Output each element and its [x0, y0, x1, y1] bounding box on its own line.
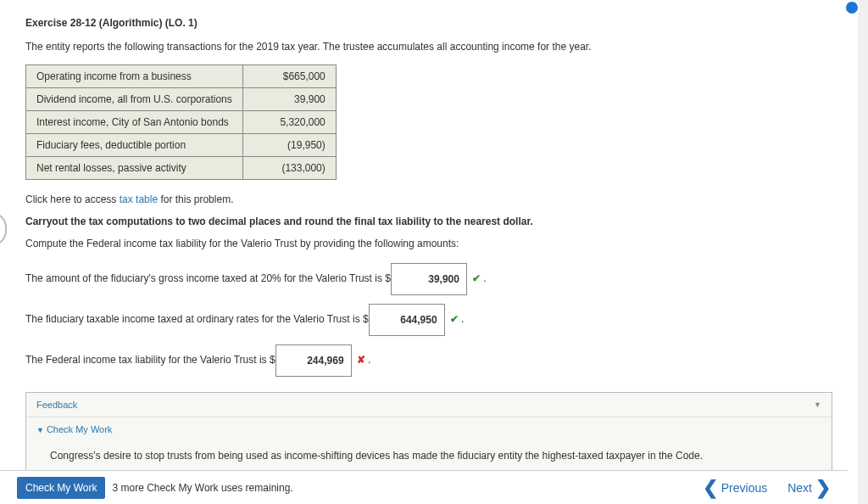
q2-input[interactable]: 644,950 [369, 304, 445, 336]
question-3: The Federal income tax liability for the… [25, 344, 832, 377]
bottom-bar: Check My Work 3 more Check My Work uses … [0, 470, 848, 504]
table-row: Operating income from a business$665,000 [26, 65, 337, 88]
table-label: Net rental losses, passive activity [26, 157, 243, 180]
q3-suffix: . [368, 354, 370, 366]
question-2: The fiduciary taxable income taxed at or… [25, 304, 832, 336]
compute-instruction: Compute the Federal income tax liability… [25, 238, 832, 249]
check-my-work-label: Check My Work [47, 424, 112, 434]
scroll-indicator [844, 0, 860, 15]
previous-label: Previous [721, 481, 767, 495]
q2-suffix: . [461, 313, 464, 325]
q1-prefix: The amount of the fiduciary's gross inco… [25, 272, 391, 284]
q1-suffix: . [483, 272, 486, 284]
cross-icon: ✘ [357, 354, 365, 366]
access-text: Click here to access tax table for this … [25, 193, 832, 205]
question-1: The amount of the fiduciary's gross inco… [25, 263, 832, 295]
check-my-work-button[interactable]: Check My Work [17, 477, 105, 499]
feedback-label: Feedback [36, 400, 77, 410]
q1-input[interactable]: 39,900 [391, 263, 467, 295]
table-value: 39,900 [242, 88, 336, 111]
table-label: Fiduciary fees, deductible portion [26, 134, 243, 157]
q2-prefix: The fiduciary taxable income taxed at or… [25, 313, 369, 325]
access-prefix: Click here to access [25, 193, 120, 205]
feedback-panel: Feedback ▼ ▼Check My Work Congress's des… [25, 392, 832, 474]
chevron-down-icon: ▼ [814, 400, 821, 409]
table-row: Dividend income, all from U.S. corporati… [26, 88, 337, 111]
table-label: Interest income, City of San Antonio bon… [26, 111, 243, 134]
next-label: Next [787, 481, 812, 495]
check-my-work-toggle[interactable]: ▼Check My Work [26, 417, 832, 441]
table-value: (133,000) [242, 157, 336, 180]
chevron-left-icon: ❮ [703, 479, 718, 497]
carryout-instruction: Carryout the tax computations to two dec… [25, 216, 832, 227]
transactions-table: Operating income from a business$665,000… [25, 64, 337, 180]
check-icon: ✔ [472, 272, 481, 284]
q3-input[interactable]: 244,969 [275, 344, 352, 377]
table-value: 5,320,000 [242, 111, 336, 134]
table-value: $665,000 [242, 65, 336, 88]
table-row: Interest income, City of San Antonio bon… [26, 111, 337, 134]
access-suffix: for this problem. [158, 193, 233, 205]
triangle-down-icon: ▼ [36, 426, 44, 434]
table-label: Dividend income, all from U.S. corporati… [26, 88, 243, 111]
table-row: Net rental losses, passive activity(133,… [26, 157, 337, 180]
check-icon: ✔ [450, 313, 459, 325]
next-button[interactable]: Next ❯ [787, 479, 831, 497]
feedback-header[interactable]: Feedback ▼ [26, 393, 832, 417]
q3-prefix: The Federal income tax liability for the… [25, 354, 275, 366]
previous-button[interactable]: ❮ Previous [703, 479, 767, 497]
table-label: Operating income from a business [26, 65, 243, 88]
exercise-title: Exercise 28-12 (Algorithmic) (LO. 1) [25, 17, 832, 29]
uses-remaining: 3 more Check My Work uses remaining. [112, 482, 292, 494]
feedback-body: Congress's desire to stop trusts from be… [26, 441, 832, 473]
tax-table-link[interactable]: tax table [120, 193, 158, 205]
intro-text: The entity reports the following transac… [25, 41, 832, 53]
chevron-right-icon: ❯ [815, 479, 831, 497]
table-value: (19,950) [242, 134, 336, 157]
table-row: Fiduciary fees, deductible portion(19,95… [26, 134, 337, 157]
tab-handle[interactable] [0, 212, 7, 246]
